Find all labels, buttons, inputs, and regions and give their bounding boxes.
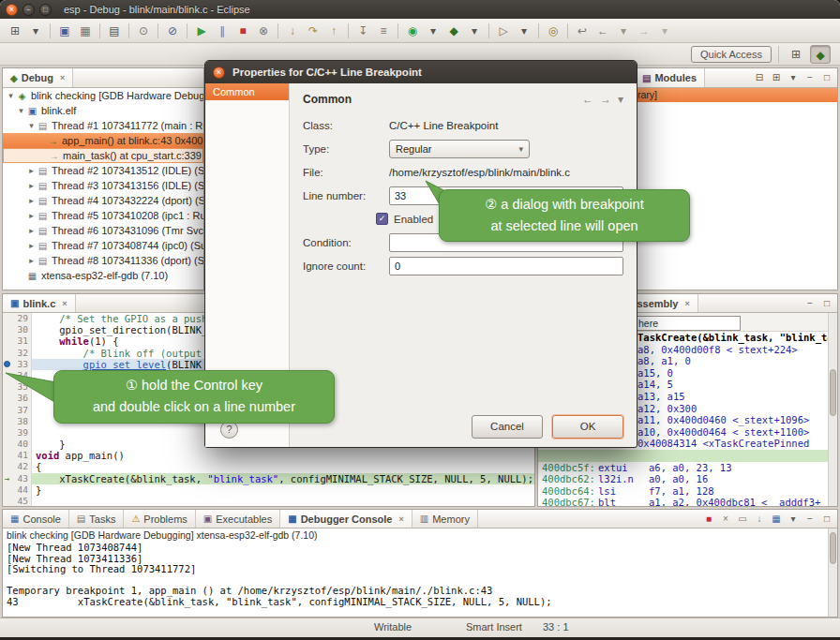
- debug-tree-item[interactable]: →app_main() at blink.c:43 0x400db: [3, 133, 203, 148]
- debug-tree-item[interactable]: ▾▤Thread #1 1073411772 (main : Runn: [3, 118, 203, 133]
- expander-icon[interactable]: ▸: [26, 211, 37, 220]
- expander-icon[interactable]: ▸: [26, 256, 37, 265]
- editor-line[interactable]: 45: [3, 496, 534, 506]
- disconnect-icon[interactable]: ⊗: [254, 22, 273, 40]
- tab-tasks[interactable]: ▤Tasks: [69, 510, 125, 528]
- tab-debug[interactable]: ◈ Debug ×: [3, 68, 73, 87]
- resume-icon[interactable]: ▶: [192, 22, 211, 40]
- debug-icon[interactable]: ◆: [444, 22, 463, 40]
- editor-line[interactable]: 41void app_main(): [3, 450, 534, 461]
- code-text[interactable]: void app_main(): [32, 450, 534, 461]
- terminate-icon[interactable]: ■: [701, 512, 716, 527]
- debug-tree-item[interactable]: ▾◈blink checking [GDB Hardware Debug: [3, 88, 203, 103]
- ignore-count-input[interactable]: [389, 257, 623, 275]
- minimize-icon[interactable]: −: [802, 70, 818, 85]
- maximize-icon[interactable]: □: [819, 512, 834, 527]
- debug-dropdown-icon[interactable]: ▾: [465, 22, 484, 40]
- back-icon[interactable]: ←: [593, 22, 612, 40]
- save-icon[interactable]: ▣: [55, 22, 74, 40]
- scrollbar-thumb[interactable]: [830, 369, 836, 416]
- asm-line[interactable]: 400dbc62:l32i.na0, a0, 16: [538, 473, 828, 485]
- console-menu-icon[interactable]: ▾: [786, 512, 801, 527]
- code-text[interactable]: xTaskCreate(&blink_task, "blink_task", c…: [32, 473, 534, 484]
- sidebar-item-common[interactable]: Common: [205, 83, 289, 100]
- line-number[interactable]: 45: [11, 496, 32, 506]
- line-number[interactable]: 38: [11, 416, 32, 427]
- expand-all-icon[interactable]: ⊞: [769, 70, 784, 85]
- collapse-all-icon[interactable]: ⊟: [752, 70, 767, 85]
- clear-console-icon[interactable]: ▭: [735, 512, 750, 527]
- module-list-item[interactable]: rary]: [635, 88, 837, 102]
- line-number[interactable]: 32: [11, 348, 32, 359]
- line-number[interactable]: 30: [11, 324, 32, 335]
- scrollbar-thumb[interactable]: [830, 532, 836, 564]
- forward-icon[interactable]: →: [635, 22, 653, 40]
- remove-console-icon[interactable]: ×: [718, 512, 733, 527]
- instruction-stepping-icon[interactable]: ≡: [374, 22, 393, 40]
- expander-icon[interactable]: ▾: [26, 121, 37, 130]
- line-number[interactable]: 40: [11, 439, 32, 450]
- step-return-icon[interactable]: ↑: [324, 22, 343, 40]
- run-dropdown-icon[interactable]: ▾: [424, 22, 442, 40]
- code-text[interactable]: }: [32, 484, 534, 496]
- forward-icon[interactable]: →: [600, 93, 611, 106]
- debug-tree-item[interactable]: ▸▤Thread #7 1073408744 (ipc0) (Susp: [3, 238, 203, 253]
- debug-tree-item[interactable]: ▸▤Thread #3 1073413156 (IDLE) (Susp: [3, 178, 203, 193]
- debug-tree-item[interactable]: ▦xtensa-esp32-elf-gdb (7.10): [3, 268, 203, 283]
- asm-line[interactable]: 400dbc64:lsif7, a1, 128: [538, 485, 828, 498]
- debug-tree-item[interactable]: ▸▤Thread #2 1073413512 (IDLE) (Susp: [3, 163, 203, 178]
- terminate-icon[interactable]: ■: [233, 22, 252, 40]
- save-all-icon[interactable]: ▦: [76, 22, 95, 40]
- close-icon[interactable]: ×: [62, 299, 67, 308]
- debug-tree-item[interactable]: ▸▤Thread #8 1073411336 (dport) (Sus: [3, 253, 203, 268]
- new-dropdown-icon[interactable]: ▾: [26, 22, 45, 40]
- skip-breakpoints-icon[interactable]: ⊘: [163, 22, 182, 40]
- step-over-icon[interactable]: ↷: [304, 22, 322, 40]
- debug-tree-item[interactable]: ▸▤Thread #6 1073431096 (Tmr Svc) (S: [3, 223, 203, 238]
- scrollbar[interactable]: [828, 528, 837, 617]
- expander-icon[interactable]: ▾: [16, 106, 26, 115]
- run-icon[interactable]: ◉: [403, 22, 422, 40]
- open-perspective-icon[interactable]: ⊞: [786, 45, 806, 64]
- type-select[interactable]: Regular▾: [389, 140, 530, 158]
- minimize-icon[interactable]: −: [802, 296, 818, 311]
- line-number[interactable]: 31: [11, 335, 32, 347]
- window-maximize-button[interactable]: □: [39, 4, 52, 16]
- tab-problems[interactable]: ⚠Problems: [124, 510, 195, 528]
- scroll-lock-icon[interactable]: ↓: [752, 512, 767, 527]
- editor-line[interactable]: 44}: [3, 484, 534, 496]
- print-icon[interactable]: ▤: [105, 22, 124, 40]
- editor-line[interactable]: →43 xTaskCreate(&blink_task, "blink_task…: [3, 473, 534, 484]
- current-line-marker[interactable]: →: [3, 473, 11, 484]
- search-icon[interactable]: ◎: [544, 22, 562, 40]
- enabled-checkbox[interactable]: ✓: [376, 213, 388, 225]
- pin-console-icon[interactable]: ▦: [769, 512, 784, 527]
- expander-icon[interactable]: ▸: [26, 166, 37, 175]
- line-number[interactable]: 39: [11, 427, 32, 439]
- step-into-icon[interactable]: ↓: [283, 22, 302, 40]
- ok-button[interactable]: OK: [552, 415, 623, 439]
- expander-icon[interactable]: ▸: [26, 181, 37, 190]
- code-text[interactable]: [32, 496, 534, 506]
- cancel-button[interactable]: Cancel: [472, 415, 543, 439]
- last-edit-icon[interactable]: ↩: [573, 22, 592, 40]
- close-icon[interactable]: ×: [60, 73, 65, 82]
- expander-icon[interactable]: ▸: [26, 226, 37, 235]
- view-menu-icon[interactable]: ▾: [618, 93, 623, 106]
- tab-executables[interactable]: ▣Executables: [196, 510, 280, 528]
- external-tools-dropdown-icon[interactable]: ▾: [515, 22, 533, 40]
- line-number[interactable]: 41: [11, 450, 32, 461]
- expander-icon[interactable]: ▸: [26, 241, 37, 250]
- build-icon[interactable]: ⊙: [134, 22, 153, 40]
- forward-dropdown-icon[interactable]: ▾: [655, 22, 674, 40]
- asm-line[interactable]: 400dbc67:blta1, a2, 0x400dbc81 <__adddf3…: [538, 497, 828, 506]
- editor-line[interactable]: 42{: [3, 461, 534, 472]
- tab-console[interactable]: ▦Console: [3, 510, 69, 528]
- suspend-icon[interactable]: ∥: [213, 22, 232, 40]
- external-tools-icon[interactable]: ▷: [494, 22, 513, 40]
- dialog-close-button[interactable]: ×: [213, 67, 225, 79]
- new-wizard-icon[interactable]: ⊞: [6, 22, 24, 40]
- window-minimize-button[interactable]: −: [22, 4, 35, 16]
- debug-tree-item[interactable]: ▸▤Thread #4 1073432224 (dport) (Sus: [3, 193, 203, 208]
- close-icon[interactable]: ×: [684, 299, 689, 308]
